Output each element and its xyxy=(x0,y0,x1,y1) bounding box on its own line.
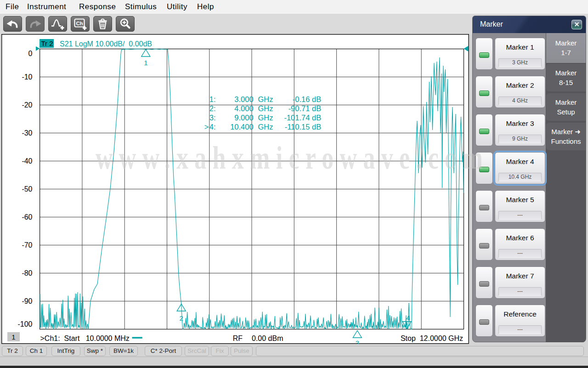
svg-text:10.400: 10.400 xyxy=(230,123,253,131)
svg-text:-50: -50 xyxy=(22,185,32,193)
svg-text:0: 0 xyxy=(28,50,33,57)
svg-text:GHz: GHz xyxy=(258,123,273,131)
svg-text:1: 1 xyxy=(11,333,15,341)
svg-text:-40: -40 xyxy=(22,157,32,165)
svg-text:GHz: GHz xyxy=(258,95,273,103)
svg-text:3.000: 3.000 xyxy=(234,95,253,103)
svg-text:-90.71 dB: -90.71 dB xyxy=(288,104,322,113)
svg-text:0.00 dBm: 0.00 dBm xyxy=(252,334,283,342)
svg-text:2:: 2: xyxy=(209,104,216,113)
svg-text:3: 3 xyxy=(356,339,359,345)
svg-text:4:: 4: xyxy=(209,123,216,131)
svg-text:Stop 12.0000 GHz: Stop 12.0000 GHz xyxy=(401,334,463,342)
svg-text:RF: RF xyxy=(233,334,243,342)
svg-text:1: 1 xyxy=(144,59,147,67)
svg-text:S21 LogM 10.00dB/ 0.00dB: S21 LogM 10.00dB/ 0.00dB xyxy=(60,40,152,48)
svg-text:-30: -30 xyxy=(22,129,32,137)
svg-text:-70: -70 xyxy=(22,241,32,249)
svg-text:4: 4 xyxy=(406,314,410,322)
svg-text:>: > xyxy=(204,123,209,131)
svg-text:2: 2 xyxy=(180,314,183,322)
svg-text:Ch: Ch xyxy=(76,21,83,26)
svg-text:-60: -60 xyxy=(22,213,32,221)
svg-text:-90: -90 xyxy=(22,297,32,305)
svg-text:-110.15 dB: -110.15 dB xyxy=(285,123,322,131)
svg-text:-101.74 dB: -101.74 dB xyxy=(284,113,321,122)
svg-text:1:: 1: xyxy=(209,95,216,103)
svg-text:3:: 3: xyxy=(209,113,216,122)
svg-text:GHz: GHz xyxy=(258,104,273,113)
svg-text:-0.16 dB: -0.16 dB xyxy=(293,95,321,103)
svg-text:GHz: GHz xyxy=(258,113,273,122)
svg-text:>Ch1: Start 10.0000 MHz: >Ch1: Start 10.0000 MHz xyxy=(40,334,130,342)
svg-text:Tr 2: Tr 2 xyxy=(41,40,53,47)
svg-text:-100: -100 xyxy=(17,320,32,328)
svg-text:-20: -20 xyxy=(22,101,32,109)
svg-text:4.000: 4.000 xyxy=(234,104,253,113)
svg-text:-10: -10 xyxy=(22,73,32,81)
svg-text:9.000: 9.000 xyxy=(234,113,253,122)
svg-text:-80: -80 xyxy=(22,269,32,277)
